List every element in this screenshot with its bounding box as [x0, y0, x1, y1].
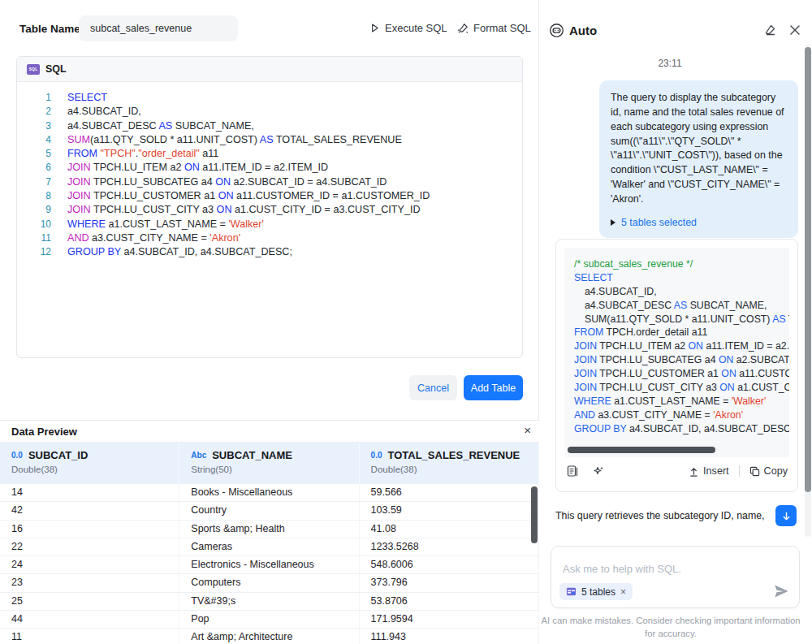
code-line: a4.SUBCAT_DESC AS SUBCAT_NAME, — [574, 299, 789, 313]
ai-disclaimer: AI can make mistakes. Consider checking … — [540, 614, 801, 641]
table-row[interactable]: 14Books - Miscellaneous59.566 — [0, 484, 539, 502]
ai-assistant-panel: Auto 23:11 The query to display the subc… — [540, 0, 812, 644]
code-line: JOIN TPCH.LU_CUST_CITY a3 ON a1.CUST_CIT… — [574, 381, 789, 395]
code-line: 12GROUP BY a4.SUBCAT_ID, a4.SUBCAT_DESC; — [17, 245, 522, 259]
execute-sql-button[interactable]: Execute SQL — [369, 22, 447, 34]
copy-button[interactable]: Copy — [749, 465, 788, 477]
line-number: 10 — [17, 218, 51, 231]
app-window: Table Name Execute SQL Format SQL SQL SQ… — [0, 0, 812, 644]
column-name: TOTAL_SALES_REVENUE — [388, 449, 520, 461]
format-sql-button[interactable]: Format SQL — [457, 22, 531, 34]
sql-editor-title: SQL — [45, 63, 67, 75]
chat-input[interactable] — [551, 547, 799, 581]
sql-file-icon: SQL — [27, 64, 40, 75]
cancel-button[interactable]: Cancel — [409, 375, 457, 400]
table-cell: 1233.5268 — [360, 538, 539, 555]
table-row[interactable]: 44Pop171.9594 — [0, 611, 539, 629]
insert-button[interactable]: Insert — [689, 465, 729, 477]
clear-chat-icon[interactable] — [763, 24, 776, 37]
table-name-input[interactable] — [79, 15, 238, 41]
tables-chip-label: 5 tables — [581, 586, 615, 598]
table-row[interactable]: 23Computers373.796 — [0, 574, 539, 592]
table-row[interactable]: 42Country103.59 — [0, 502, 539, 520]
column-header[interactable]: 0.0TOTAL_SALES_REVENUEDouble(38) — [360, 443, 539, 484]
streaming-message-text: This query retrieves the subcategory ID,… — [555, 510, 768, 521]
tables-selected-toggle[interactable]: 5 tables selected — [611, 217, 787, 228]
code-line: 7JOIN TPCH.LU_SUBCATEG a4 ON a2.SUBCAT_I… — [17, 175, 522, 189]
code-line: 8JOIN TPCH.LU_CUSTOMER a1 ON a11.CUSTOME… — [17, 189, 522, 203]
table-cell: 14 — [0, 484, 179, 501]
table-row[interactable]: 16Sports &amp; Health41.08 — [0, 521, 539, 538]
table-cell: Books - Miscellaneous — [179, 484, 359, 501]
code-line: a4.SUBCAT_ID, — [574, 285, 789, 299]
streaming-message-row: This query retrieves the subcategory ID,… — [555, 502, 798, 529]
code-line: JOIN TPCH.LU_ITEM a2 ON a11.ITEM_ID = a2… — [574, 339, 789, 353]
code-line: /* subcat_sales_revenue */ — [574, 257, 789, 271]
line-number: 1 — [17, 91, 51, 105]
code-line: 9JOIN TPCH.LU_CUST_CITY a3 ON a1.CUST_CI… — [17, 203, 522, 217]
code-horizontal-scrollbar[interactable] — [568, 447, 715, 453]
message-timestamp: 23:11 — [540, 58, 800, 69]
code-line: AND a3.CUST_CITY_NAME = 'Akron' — [574, 408, 789, 422]
line-number: 2 — [17, 105, 51, 119]
data-preview-scrollbar[interactable] — [531, 486, 538, 543]
data-preview-close-icon[interactable]: × — [524, 423, 531, 437]
data-preview-rows: 14Books - Miscellaneous59.56642Country10… — [0, 484, 539, 644]
line-number: 7 — [17, 175, 51, 189]
table-cell: Pop — [179, 611, 359, 628]
code-line: 10WHERE a1.CUST_LAST_NAME = 'Walker' — [17, 218, 522, 231]
tables-chip-remove-icon[interactable]: × — [620, 586, 626, 598]
table-cell: 59.566 — [360, 484, 539, 501]
data-preview-titlebar: Data Preview × — [0, 421, 539, 443]
table-row[interactable]: 24Electronics - Miscellaneous548.6006 — [0, 556, 539, 574]
divider — [739, 465, 740, 477]
code-line: 11AND a3.CUST_CITY_NAME = 'Akron' — [17, 231, 522, 245]
column-header[interactable]: 0.0SUBCAT_IDDouble(38) — [0, 443, 179, 484]
code-line: JOIN TPCH.LU_CUSTOMER a1 ON a11.CUSTOMER… — [574, 367, 789, 381]
table-cell: TV&#39;s — [179, 593, 359, 610]
table-cell: 41.08 — [360, 521, 539, 538]
code-line: 3a4.SUBCAT_DESC AS SUBCAT_NAME, — [17, 119, 522, 133]
close-panel-icon[interactable] — [789, 24, 801, 36]
table-row[interactable]: 11Art &amp; Architecture111.943 — [0, 629, 539, 644]
data-preview-column-headers: 0.0SUBCAT_IDDouble(38)AbcSUBCAT_NAMEStri… — [0, 443, 539, 484]
code-line: FROM TPCH.order_detail a11 — [574, 326, 789, 339]
line-number: 11 — [17, 231, 51, 245]
add-table-button[interactable]: Add Table — [464, 375, 523, 400]
table-row[interactable]: 22Cameras1233.5268 — [0, 538, 539, 556]
table-cell: Cameras — [179, 538, 359, 555]
data-preview-title: Data Preview — [0, 426, 77, 438]
tables-selected-label: 5 tables selected — [621, 217, 697, 228]
sql-editor-header: SQL SQL — [17, 57, 522, 82]
insert-label: Insert — [703, 465, 729, 477]
table-cell: 25 — [0, 593, 179, 610]
sql-code-area[interactable]: 1SELECT2a4.SUBCAT_ID,3a4.SUBCAT_DESC AS … — [17, 82, 522, 260]
column-type-icon: 0.0 — [11, 451, 23, 460]
table-cell: 44 — [0, 611, 179, 628]
table-cell: 23 — [0, 574, 179, 591]
scroll-to-bottom-button[interactable] — [775, 505, 797, 526]
table-grid-icon — [566, 586, 577, 597]
tables-context-chip[interactable]: 5 tables × — [559, 583, 633, 600]
assistant-scrollbar-thumb[interactable] — [805, 47, 811, 492]
notes-icon[interactable] — [566, 465, 579, 478]
sparkles-icon[interactable] — [592, 465, 605, 478]
data-preview-panel: Data Preview × 0.0SUBCAT_IDDouble(38)Abc… — [0, 420, 539, 644]
column-type-icon: Abc — [191, 451, 206, 460]
table-cell: Art &amp; Architecture — [179, 629, 359, 644]
copy-label: Copy — [764, 465, 788, 477]
column-header[interactable]: AbcSUBCAT_NAMEString(50) — [179, 443, 359, 484]
line-number: 5 — [17, 147, 51, 161]
table-row[interactable]: 25TV&#39;s53.8706 — [0, 593, 539, 611]
brush-icon — [457, 23, 469, 34]
table-cell: 548.6006 — [360, 556, 539, 573]
user-message-text: The query to display the subcategory id,… — [611, 91, 787, 207]
table-cell: 111.943 — [360, 629, 539, 644]
table-cell: Country — [179, 502, 359, 519]
assistant-title: Auto — [569, 24, 597, 37]
code-line: GROUP BY a4.SUBCAT_ID, a4.SUBCAT_DESC; — [574, 422, 789, 436]
assistant-code-block[interactable]: /* subcat_sales_revenue */SELECTa4.SUBCA… — [564, 248, 789, 457]
send-icon[interactable] — [773, 583, 789, 599]
table-cell: 42 — [0, 502, 179, 519]
table-cell: 103.59 — [360, 502, 539, 519]
